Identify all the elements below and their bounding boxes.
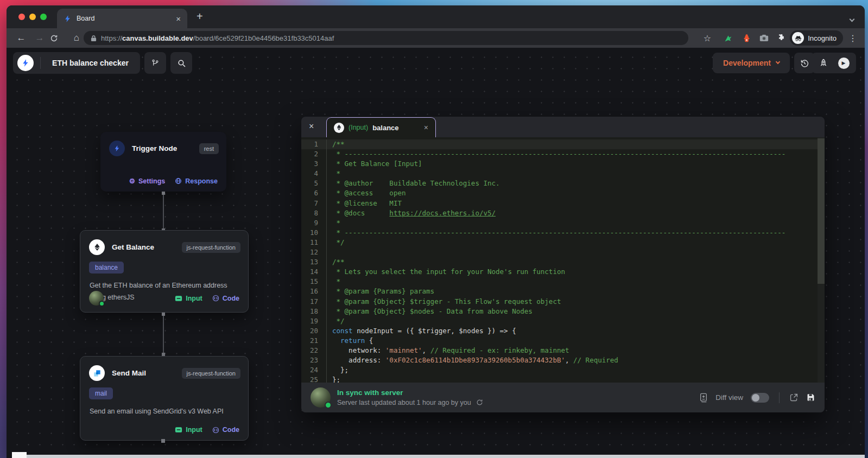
code-area[interactable]: 1/**2 * --------------------------------… [301,137,825,383]
code-line[interactable]: 16 * @param {Params} params [301,287,825,296]
trigger-response-link[interactable]: Response [175,177,218,185]
get-balance-input-link[interactable]: Input [175,295,202,302]
code-line[interactable]: 24 }; [301,365,825,375]
board-title: ETH balance checker [41,59,140,67]
trigger-settings-link[interactable]: ⚙ Settings [129,177,166,185]
send-mail-input-link[interactable]: Input [175,426,202,434]
code-line[interactable]: 7 * @license MIT [301,199,825,208]
send-mail-badge: js-request-function [182,368,241,379]
send-mail-tag: mail [89,387,113,399]
code-line[interactable]: 6 * @access open [301,188,825,198]
save-icon[interactable] [806,393,815,402]
code-line[interactable]: 18 * @param {Object} $nodes - Data from … [301,307,825,316]
editor-tab-close-icon[interactable]: × [424,124,428,131]
code-line[interactable]: 17 * @param {Object} $trigger - This Flo… [301,297,825,307]
settings-label: Settings [138,177,165,185]
play-icon: ▶ [842,60,846,66]
bolt-favicon-icon [64,15,72,23]
sync-detail: Server last updated about 1 hour ago by … [337,399,471,406]
extension-camera-icon[interactable] [757,28,770,48]
input-label: Input [186,295,202,302]
environment-label: Development [723,59,771,67]
code-line[interactable]: 20const nodeInput = ({ $trigger, $nodes … [301,326,825,336]
code-line[interactable]: 3 * Get Balance [Input] [301,159,825,169]
diff-view-label: Diff view [715,393,743,402]
get-balance-code-link[interactable]: Code [212,295,239,302]
environment-dropdown[interactable]: Development [713,53,790,73]
incognito-icon [792,32,804,44]
home-button[interactable]: ⌂ [68,33,85,43]
new-tab-button[interactable]: + [197,10,203,23]
extension-hydrant-icon[interactable] [740,28,753,48]
sendgrid-icon [89,365,105,381]
reload-button[interactable] [50,34,66,42]
back-button[interactable]: ← [13,33,29,43]
code-line[interactable]: 1/** [301,139,825,149]
editor-footer: In sync with server Server last updated … [301,383,825,412]
minimize-window-button[interactable] [29,14,36,20]
board-title-group[interactable]: ETH balance checker [13,52,140,74]
code-line[interactable]: 14 * Lets you select the input for your … [301,267,825,277]
close-window-button[interactable] [18,14,25,20]
connector-getbalance-to-sendmail [163,314,164,354]
code-icon [212,427,219,434]
address-bar[interactable]: https://canvas.buildable.dev/board/6ce52… [84,31,688,45]
code-line[interactable]: 21 return { [301,336,825,346]
code-line[interactable]: 22 network: 'mainnet', // Required - ex:… [301,346,825,355]
window-controls [18,14,47,20]
send-mail-node-card[interactable]: Send Mail js-request-function mail Send … [80,356,249,441]
zoom-window-button[interactable] [40,14,47,20]
incognito-label: Incognito [808,34,837,42]
code-line[interactable]: 9 * [301,218,825,228]
refresh-icon[interactable] [476,398,484,406]
search-button[interactable] [170,52,192,74]
send-mail-code-link[interactable]: Code [212,426,239,434]
code-line[interactable]: 19 */ [301,316,825,326]
editor-tab-balance[interactable]: (Input) balance × [326,117,436,137]
online-status-dot [99,301,105,307]
chevron-down-icon [776,60,780,64]
get-balance-node-card[interactable]: Get Balance js-request-function balance … [80,230,249,313]
diff-document-icon [699,393,708,403]
tab-close-icon[interactable]: × [176,15,181,23]
connector-handle[interactable] [161,439,165,443]
code-label: Code [223,426,239,434]
bookmark-star-button[interactable]: ☆ [700,28,714,48]
flow-canvas[interactable]: ETH balance checker Development ▶ Trigge… [7,48,865,458]
branch-button[interactable] [144,52,166,74]
code-line[interactable]: 23 address: '0xF02c1c8e6114b1Dbe8937a392… [301,355,825,365]
code-line[interactable]: 4 * [301,169,825,179]
code-line[interactable]: 12 [301,247,825,257]
play-button[interactable]: ▶ [838,58,850,69]
code-line[interactable]: 2 * ------------------------------------… [301,149,825,159]
input-icon [175,295,182,302]
code-line[interactable]: 15 * [301,277,825,287]
forward-button[interactable]: → [31,33,48,43]
diff-view-toggle[interactable] [751,393,769,403]
send-mail-description: Send an email using SendGrid's v3 Web AP… [80,399,248,418]
code-line[interactable]: 11 */ [301,238,825,247]
code-line[interactable]: 25}; [301,375,825,383]
rocket-icon[interactable] [819,58,828,68]
scrollbar-thumb[interactable] [818,138,825,284]
editor-scrollbar[interactable] [818,137,825,383]
browser-toolbar: ← → ⌂ https://canvas.buildable.dev/board… [7,28,865,48]
extension-bird-icon[interactable] [721,28,734,48]
dock-strip [14,455,865,458]
code-editor-panel: × (Input) balance × 1/**2 * ------------… [301,117,825,412]
avatar [89,291,104,306]
code-line[interactable]: 8 * @docs https://docs.ethers.io/v5/ [301,208,825,218]
browser-tab-strip: Board × + [7,5,865,28]
code-line[interactable]: 5 * @author Buildable Technologies Inc. [301,179,825,188]
browser-menu-button[interactable]: ⋮ [846,28,859,48]
url-scheme: https:// [101,34,122,42]
editor-close-button[interactable]: × [309,122,314,131]
code-line[interactable]: 10 * -----------------------------------… [301,228,825,238]
trigger-node-card[interactable]: Trigger Node rest ⚙ Settings Response [100,132,226,192]
avatar [311,387,331,408]
code-line[interactable]: 13/** [301,257,825,267]
browser-tab-board[interactable]: Board × [57,9,187,28]
extensions-puzzle-icon[interactable] [775,28,788,48]
open-external-icon[interactable] [789,393,799,402]
tab-search-chevron-icon[interactable] [850,14,854,23]
